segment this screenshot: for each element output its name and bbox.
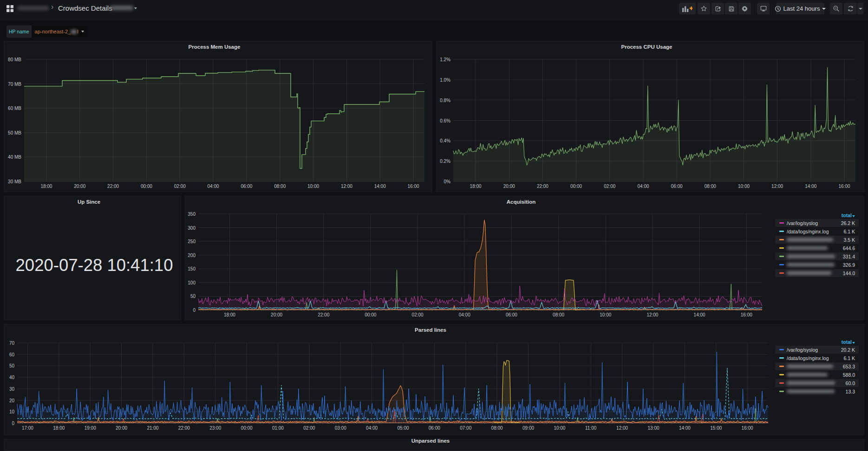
svg-text:18:00: 18:00 [40, 184, 52, 189]
svg-text:20: 20 [9, 398, 15, 403]
svg-text:06:00: 06:00 [429, 425, 440, 431]
svg-text:14:00: 14:00 [374, 184, 386, 189]
svg-text:12:00: 12:00 [771, 184, 783, 189]
svg-text:08:00: 08:00 [553, 312, 564, 317]
svg-text:60: 60 [9, 352, 15, 357]
svg-text:12:00: 12:00 [341, 184, 352, 189]
svg-text:10:00: 10:00 [738, 184, 750, 189]
svg-text:50: 50 [190, 294, 196, 299]
svg-text:70 MB: 70 MB [8, 82, 21, 87]
svg-text:02:00: 02:00 [174, 184, 186, 189]
svg-text:04:00: 04:00 [637, 184, 649, 189]
svg-text:16:00: 16:00 [407, 184, 419, 189]
svg-text:17:00: 17:00 [22, 425, 33, 431]
svg-text:20:00: 20:00 [503, 184, 515, 189]
svg-text:20:00: 20:00 [74, 184, 85, 189]
svg-text:04:00: 04:00 [459, 312, 470, 317]
svg-text:10:00: 10:00 [554, 425, 565, 431]
svg-text:50: 50 [9, 363, 15, 368]
svg-text:15:00: 15:00 [710, 425, 722, 431]
svg-text:13:00: 13:00 [647, 425, 659, 431]
svg-text:00:00: 00:00 [365, 312, 376, 317]
svg-text:00:00: 00:00 [241, 425, 253, 431]
svg-text:00:00: 00:00 [570, 184, 582, 189]
svg-text:1.0%: 1.0% [440, 77, 450, 83]
svg-text:10: 10 [9, 409, 15, 414]
svg-text:60 MB: 60 MB [8, 106, 21, 111]
svg-text:02:00: 02:00 [604, 184, 615, 189]
svg-text:04:00: 04:00 [366, 425, 378, 431]
svg-text:18:00: 18:00 [470, 184, 482, 189]
svg-text:14:00: 14:00 [805, 184, 816, 189]
svg-text:02:00: 02:00 [412, 312, 424, 317]
svg-text:22:00: 22:00 [178, 425, 190, 431]
svg-text:150: 150 [188, 266, 196, 271]
svg-text:0: 0 [12, 421, 14, 426]
svg-text:05:00: 05:00 [397, 425, 409, 431]
svg-text:350: 350 [188, 212, 196, 217]
svg-text:40 MB: 40 MB [8, 155, 21, 160]
svg-text:06:00: 06:00 [241, 184, 252, 189]
svg-text:14:00: 14:00 [679, 425, 691, 431]
svg-text:18:00: 18:00 [53, 425, 65, 431]
svg-text:00:00: 00:00 [141, 184, 152, 189]
svg-text:0: 0 [193, 308, 196, 313]
svg-text:16:00: 16:00 [741, 312, 752, 317]
svg-text:04:00: 04:00 [207, 184, 219, 189]
svg-text:07:00: 07:00 [460, 425, 471, 431]
svg-text:16:00: 16:00 [742, 425, 753, 431]
svg-text:200: 200 [188, 253, 196, 258]
svg-text:08:00: 08:00 [274, 184, 286, 189]
svg-text:23:00: 23:00 [209, 425, 221, 431]
svg-text:08:00: 08:00 [705, 184, 716, 189]
svg-text:11:00: 11:00 [585, 425, 597, 431]
svg-text:80 MB: 80 MB [8, 57, 21, 62]
svg-text:1.2%: 1.2% [440, 57, 450, 62]
svg-text:0%: 0% [444, 179, 451, 184]
svg-text:14:00: 14:00 [694, 312, 705, 317]
svg-text:03:00: 03:00 [335, 425, 346, 431]
svg-text:02:00: 02:00 [303, 425, 315, 431]
svg-text:22:00: 22:00 [537, 184, 548, 189]
svg-text:70: 70 [9, 341, 15, 346]
svg-text:10:00: 10:00 [600, 312, 611, 317]
svg-text:08:00: 08:00 [491, 425, 503, 431]
svg-text:50 MB: 50 MB [8, 130, 21, 135]
svg-text:09:00: 09:00 [522, 425, 534, 431]
svg-text:22:00: 22:00 [318, 312, 329, 317]
svg-text:0.6%: 0.6% [440, 118, 450, 123]
svg-text:100: 100 [188, 280, 196, 285]
svg-text:18:00: 18:00 [224, 312, 235, 317]
svg-text:300: 300 [188, 226, 196, 231]
svg-text:250: 250 [188, 239, 196, 244]
svg-text:12:00: 12:00 [616, 425, 628, 431]
svg-text:12:00: 12:00 [646, 312, 658, 317]
svg-text:22:00: 22:00 [107, 184, 119, 189]
svg-text:30: 30 [9, 387, 15, 392]
svg-text:19:00: 19:00 [85, 425, 96, 431]
svg-text:0.2%: 0.2% [440, 159, 450, 164]
svg-text:40: 40 [9, 375, 15, 380]
svg-text:30 MB: 30 MB [8, 179, 21, 184]
svg-text:20:00: 20:00 [116, 425, 127, 431]
svg-text:06:00: 06:00 [671, 184, 683, 189]
svg-text:01:00: 01:00 [272, 425, 284, 431]
svg-text:06:00: 06:00 [506, 312, 517, 317]
svg-text:21:00: 21:00 [147, 425, 158, 431]
svg-text:20:00: 20:00 [271, 312, 282, 317]
svg-text:0.4%: 0.4% [440, 138, 450, 143]
svg-text:16:00: 16:00 [838, 184, 850, 189]
svg-text:0.8%: 0.8% [440, 98, 450, 103]
svg-text:10:00: 10:00 [307, 184, 319, 189]
